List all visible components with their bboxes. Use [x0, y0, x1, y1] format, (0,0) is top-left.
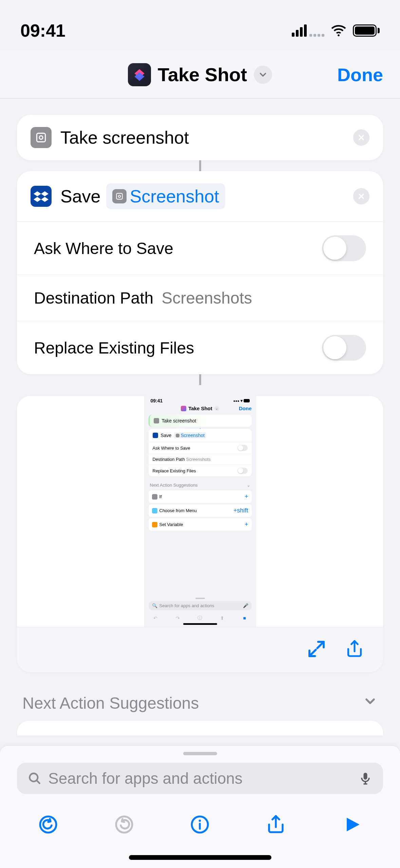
option-label: Ask Where to Save [34, 239, 173, 258]
option-ask-where-to-save: Ask Where to Save [17, 221, 383, 275]
home-indicator[interactable] [129, 855, 271, 860]
shortcuts-app-icon[interactable] [128, 63, 151, 86]
save-label: Save [60, 186, 101, 206]
cellular-signal-icon [292, 24, 307, 37]
svg-marker-23 [347, 818, 360, 831]
svg-point-6 [118, 195, 120, 198]
screenshot-icon [112, 189, 127, 203]
mini-title: Take Shot [188, 405, 212, 411]
share-button[interactable] [263, 812, 289, 837]
mini-row: Save [161, 433, 172, 438]
mini-done: Done [239, 405, 252, 411]
mini-search: Search for apps and actions [159, 603, 214, 608]
run-button[interactable] [339, 812, 365, 837]
action-connector [199, 374, 201, 385]
mini-opt: Replace Existing Files [153, 468, 196, 473]
mini-opt: Destination Path [153, 457, 185, 462]
action-connector [199, 160, 201, 171]
action-search-sheet: Search for apps and actions [0, 745, 400, 868]
replace-existing-toggle[interactable] [322, 335, 366, 361]
action-title: Take screenshot [60, 127, 344, 148]
dropbox-icon [31, 186, 52, 207]
action-take-screenshot[interactable]: Take screenshot [17, 115, 383, 160]
mini-sugg-item: If [159, 494, 162, 499]
mini-opt-val: Screenshots [186, 457, 211, 462]
wifi-icon [330, 22, 347, 39]
svg-line-13 [37, 780, 40, 783]
option-label: Replace Existing Files [34, 339, 194, 357]
token-text: Screenshot [130, 186, 219, 206]
shortcut-options-chevron[interactable] [254, 66, 272, 84]
svg-point-21 [199, 820, 201, 822]
mini-sugg-item: Set Variable [159, 522, 183, 527]
svg-rect-5 [116, 193, 122, 199]
option-destination-path[interactable]: Destination Path Screenshots [17, 275, 383, 321]
suggestions-title: Next Action Suggestions [22, 694, 199, 712]
ask-where-toggle[interactable] [322, 235, 366, 261]
bottom-toolbar [0, 794, 400, 848]
info-button[interactable] [187, 812, 213, 837]
status-bar: 09:41 [0, 0, 400, 51]
sheet-grabber[interactable] [183, 752, 217, 755]
mini-token: Screenshot [180, 433, 205, 438]
mini-sugg-item: Choose from Menu [159, 508, 197, 513]
mini-opt: Ask Where to Save [153, 446, 190, 451]
search-icon [27, 771, 42, 786]
svg-point-2 [39, 136, 43, 139]
mini-row: Take screenshot [162, 418, 196, 423]
dictation-icon[interactable] [358, 771, 373, 786]
redo-button[interactable] [111, 812, 137, 837]
battery-icon [353, 24, 380, 37]
share-preview-button[interactable] [345, 639, 364, 660]
status-time: 09:41 [20, 20, 65, 41]
screenshot-icon [31, 127, 52, 148]
option-label: Destination Path [34, 289, 153, 307]
next-action-suggestions-header[interactable]: Next Action Suggestions [17, 672, 383, 721]
svg-rect-1 [37, 133, 45, 142]
option-replace-existing: Replace Existing Files [17, 321, 383, 374]
svg-point-0 [338, 34, 340, 36]
action-save-file[interactable]: Save Screenshot Ask Where to Save Destin… [17, 171, 383, 374]
svg-rect-14 [364, 773, 367, 780]
expand-preview-button[interactable] [307, 639, 326, 660]
workflow-canvas: Take screenshot Save Screenshot [0, 98, 400, 736]
search-placeholder: Search for apps and actions [48, 769, 352, 788]
mini-time: 09:41 [151, 398, 163, 403]
mini-sugg-header: Next Action Suggestions [150, 483, 198, 488]
shortcut-title[interactable]: Take Shot [158, 64, 247, 86]
done-button[interactable]: Done [337, 64, 383, 85]
undo-button[interactable] [35, 812, 61, 837]
search-input[interactable]: Search for apps and actions [17, 763, 383, 794]
action-title: Save Screenshot [60, 183, 344, 209]
variable-token[interactable]: Screenshot [106, 183, 225, 209]
option-value: Screenshots [161, 289, 252, 307]
remove-action-button[interactable] [353, 188, 369, 204]
preview-thumbnail[interactable]: 09:41 ●●● ▾ Take Shot ⌄ Done Take screen… [17, 396, 383, 627]
chevron-down-icon [363, 694, 378, 712]
status-icons [292, 22, 380, 39]
remove-action-button[interactable] [353, 129, 369, 146]
result-preview-card: 09:41 ●●● ▾ Take Shot ⌄ Done Take screen… [17, 396, 383, 672]
nav-header: Take Shot Done [0, 51, 400, 98]
suggestion-item-peek[interactable] [17, 721, 383, 736]
